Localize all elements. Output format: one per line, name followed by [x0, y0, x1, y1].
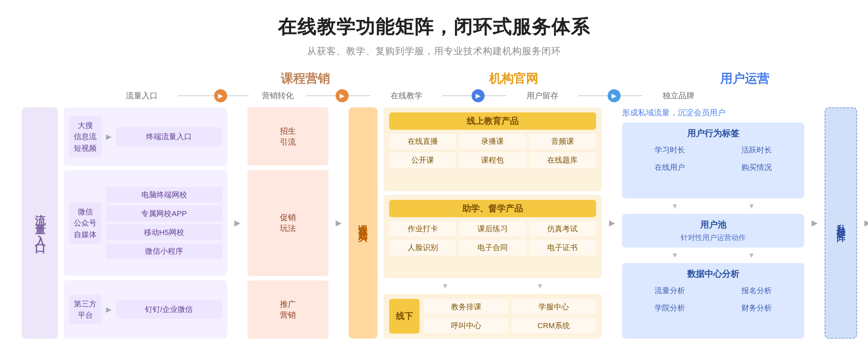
- ud-item-3: 学院分析: [628, 301, 712, 315]
- marketing-label-2: 促销玩法: [280, 212, 296, 234]
- ub-item-1: 学习时长: [628, 143, 712, 157]
- course-buy-box: 课程购买: [349, 107, 378, 339]
- offline-item-2: 学服中心: [511, 299, 596, 315]
- ap-item-6: 电子证书: [529, 240, 596, 256]
- user-down-arrows2: ▼ ▼: [622, 251, 804, 259]
- cat-title-marketing: 课程营销: [258, 70, 353, 87]
- left-label-text: 流 量 入 口: [33, 206, 47, 240]
- user-behavior-block: 用户行为标签 学习时长 活跃时长 在线用户 购买情况: [622, 123, 804, 198]
- offline-item-4: CRM系统: [511, 318, 596, 334]
- header: 在线教学功能矩阵，闭环式服务体系 从获客、教学、复购到学服，用专业技术构建机构服…: [22, 14, 846, 57]
- traffic-item-h5: 移动H5网校: [106, 224, 222, 240]
- cat-title-user: 用户运营: [643, 70, 846, 87]
- traffic-list-2: 电脑终端网校 专属网校APP 移动H5网校 微信小程序: [106, 187, 222, 259]
- ap-item-2: 课后练习: [459, 221, 526, 237]
- traffic-section: 大搜信息流短视频 ▶ 终端流量入口 微信公众号自媒体 电脑终端网校 专属网校AP…: [64, 107, 230, 339]
- user-down-arrows: ▼ ▼: [622, 202, 804, 210]
- traffic-group-2: 微信公众号自媒体 电脑终端网校 专属网校APP 移动H5网校 微信小程序: [64, 170, 227, 276]
- down-arrows: ▼ ▼: [383, 282, 602, 290]
- offline-label: 线下: [389, 299, 420, 334]
- cat-title-website: 机构官网: [401, 70, 626, 87]
- arrow-marketing: ▶: [214, 89, 227, 102]
- offline-grid: 教务排课 学服中心 呼叫中心 CRM系统: [424, 299, 596, 334]
- ub-item-2: 活跃时长: [715, 143, 799, 157]
- assist-products-block: 助学、督学产品 作业打卡 课后练习 仿真考试 人脸识别 电子合同 电子证书: [383, 195, 602, 279]
- offline-block: 线下 教务排课 学服中心 呼叫中心 CRM系统: [383, 294, 602, 339]
- ud-item-1: 流量分析: [628, 283, 712, 298]
- user-pool-title: 用户池: [628, 219, 799, 231]
- user-pool-sub: 针对性用户运营动作: [628, 233, 799, 242]
- private-matrix-box: 私域矩阵: [825, 107, 857, 339]
- traffic-source-2: 微信公众号自媒体: [69, 202, 102, 244]
- flow-label-user: 用户留存: [506, 90, 579, 101]
- online-products-block: 线上教育产品 在线直播 录播课 音频课 公开课 课程包 在线题库: [383, 107, 602, 191]
- traffic-group-1: 大搜信息流短视频 ▶ 终端流量入口: [64, 107, 227, 166]
- online-products-grid: 在线直播 录播课 音频课 公开课 课程包 在线题库: [389, 133, 596, 168]
- arrow-col-1: ▶: [230, 107, 244, 339]
- marketing-item-3: 推广营销: [247, 280, 328, 339]
- flow-label-brand: 独立品牌: [642, 90, 715, 101]
- connector-3: ▶: [106, 305, 111, 314]
- flow-label-traffic: 流量入口: [106, 90, 178, 101]
- marketing-item-1: 招生引流: [247, 107, 328, 166]
- user-private-text: 形成私域流量，沉淀会员用户: [622, 107, 804, 118]
- arrow-col-3: ▶: [605, 107, 619, 339]
- user-behavior-title: 用户行为标签: [628, 128, 799, 139]
- connector-1: ▶: [106, 132, 111, 141]
- ap-item-3: 仿真考试: [529, 221, 596, 237]
- ub-item-4: 购买情况: [715, 160, 799, 175]
- arrow-col-4: ▶: [807, 107, 822, 339]
- marketing-item-2: 促销玩法: [247, 170, 328, 276]
- traffic-item-app: 专属网校APP: [106, 206, 222, 222]
- ap-item-1: 作业打卡: [389, 221, 456, 237]
- ap-item-5: 电子合同: [459, 240, 526, 256]
- arrow-col-2: ▶: [331, 107, 346, 339]
- user-section: 形成私域流量，沉淀会员用户 用户行为标签 学习时长 活跃时长 在线用户 购买情况…: [619, 107, 807, 339]
- user-behavior-grid: 学习时长 活跃时长 在线用户 购买情况: [628, 143, 799, 175]
- down-arrow-1: ▼: [442, 282, 449, 290]
- traffic-item-wechat: 微信小程序: [106, 243, 222, 259]
- assist-products-title: 助学、督学产品: [389, 200, 596, 217]
- op-item-3: 音频课: [529, 133, 596, 149]
- assist-products-grid: 作业打卡 课后练习 仿真考试 人脸识别 电子合同 电子证书: [389, 221, 596, 256]
- arrow-user: ▶: [472, 89, 485, 102]
- op-item-1: 在线直播: [389, 133, 456, 149]
- user-data-grid: 流量分析 报名分析 学院分析 财务分析: [628, 283, 799, 315]
- op-item-2: 录播课: [459, 133, 526, 149]
- user-down-arrow-3: ▼: [671, 251, 678, 259]
- user-down-arrow-4: ▼: [748, 251, 755, 259]
- user-data-title: 数据中心分析: [628, 268, 799, 280]
- online-products-title: 线上教育产品: [389, 112, 596, 130]
- down-arrow-2: ▼: [536, 282, 544, 290]
- ud-item-4: 财务分析: [715, 301, 799, 315]
- traffic-item-pc: 电脑终端网校: [106, 187, 222, 203]
- user-pool-block: 用户池 针对性用户运营动作: [622, 214, 804, 248]
- ub-item-3: 在线用户: [628, 160, 712, 175]
- traffic-target-1: 终端流量入口: [116, 127, 222, 146]
- left-label: 流 量 入 口: [22, 107, 58, 339]
- arrow-website: ▶: [336, 89, 349, 102]
- page-title: 在线教学功能矩阵，闭环式服务体系: [22, 14, 846, 40]
- offline-item-1: 教务排课: [424, 299, 509, 315]
- online-section: 线上教育产品 在线直播 录播课 音频课 公开课 课程包 在线题库 助学、督学产品…: [380, 107, 605, 339]
- arrow-col-5: ▶: [860, 107, 868, 339]
- flow-label-online: 在线教学: [370, 90, 443, 101]
- traffic-group-3: 第三方平台 ▶ 钉钉/企业微信: [64, 280, 227, 339]
- user-down-arrow-1: ▼: [671, 202, 678, 210]
- marketing-section: 招生引流 促销玩法 推广营销: [244, 107, 331, 339]
- traffic-target-3: 钉钉/企业微信: [116, 300, 222, 319]
- ud-item-2: 报名分析: [715, 283, 799, 298]
- op-item-4: 公开课: [389, 152, 456, 168]
- arrow-brand: ▶: [608, 89, 621, 102]
- ap-item-4: 人脸识别: [389, 240, 456, 256]
- traffic-source-1: 大搜信息流短视频: [69, 116, 102, 158]
- flow-label-marketing: 营销转化: [249, 90, 307, 101]
- user-down-arrow-2: ▼: [748, 202, 755, 210]
- diagram-row: 流 量 入 口 大搜信息流短视频 ▶ 终端流量入口 微信公众号自媒体 电脑终端网…: [22, 107, 846, 339]
- traffic-source-3: 第三方平台: [69, 295, 102, 325]
- op-item-6: 在线题库: [529, 152, 596, 168]
- page-wrapper: 在线教学功能矩阵，闭环式服务体系 从获客、教学、复购到学服，用专业技术构建机构服…: [0, 0, 868, 352]
- offline-item-3: 呼叫中心: [424, 318, 509, 334]
- page-subtitle: 从获客、教学、复购到学服，用专业技术构建机构服务闭环: [22, 45, 846, 57]
- user-data-block: 数据中心分析 流量分析 报名分析 学院分析 财务分析: [622, 263, 804, 339]
